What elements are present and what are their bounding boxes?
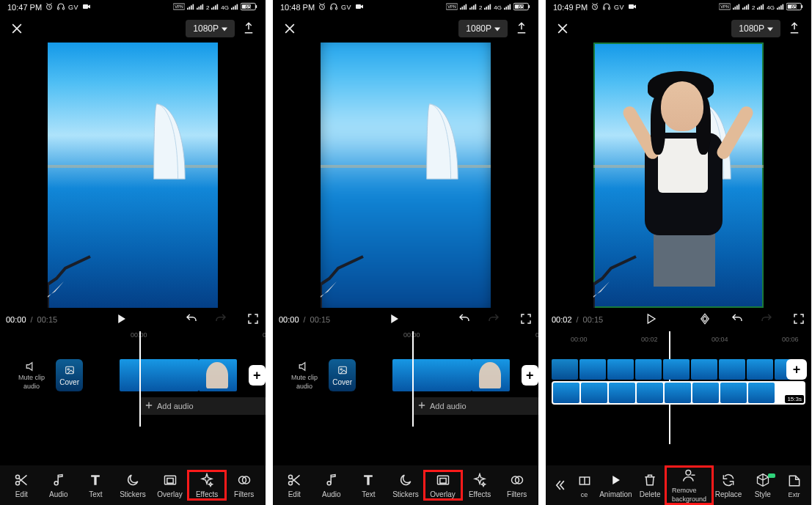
tool-style-button[interactable]: Style bbox=[745, 472, 780, 498]
clip-thumb[interactable] bbox=[635, 359, 662, 380]
clip-track[interactable] bbox=[120, 359, 237, 391]
export-button[interactable] bbox=[515, 21, 530, 36]
tool-audio-button[interactable]: Audio bbox=[314, 472, 349, 498]
preview-canvas[interactable] bbox=[593, 43, 764, 308]
tool-removebg-button[interactable]: Removebackground bbox=[667, 468, 711, 503]
undo-button[interactable] bbox=[731, 312, 744, 327]
tool-effects-button[interactable]: Effects bbox=[462, 472, 497, 498]
play-button[interactable] bbox=[644, 312, 657, 327]
resolution-button[interactable]: 1080P bbox=[731, 20, 780, 37]
clip-thumb[interactable] bbox=[579, 359, 606, 380]
transport-bar: 00:00 / 00:15 bbox=[273, 308, 538, 331]
tool-audio-button[interactable]: Audio bbox=[41, 472, 76, 498]
close-button[interactable] bbox=[282, 21, 298, 37]
play-button[interactable] bbox=[387, 312, 400, 327]
svg-rect-21 bbox=[237, 4, 238, 10]
preview-canvas[interactable] bbox=[48, 43, 218, 308]
timeline[interactable]: 00:0000:15Mute clipaudioCover+Add audio bbox=[0, 331, 266, 434]
undo-button[interactable] bbox=[185, 312, 198, 327]
tool-edit-button[interactable]: Edit bbox=[4, 472, 39, 498]
tool-filters-button[interactable]: Filters bbox=[500, 472, 535, 498]
cover-button[interactable]: Cover bbox=[56, 359, 83, 391]
clip-thumb[interactable] bbox=[692, 383, 719, 403]
add-audio-button[interactable]: Add audio bbox=[139, 397, 266, 415]
track-2-selected[interactable]: 15:3s bbox=[552, 381, 805, 405]
preview-canvas[interactable] bbox=[321, 43, 491, 308]
tool-filters-button[interactable]: Filters bbox=[227, 472, 262, 498]
clip-thumb[interactable] bbox=[663, 359, 690, 380]
clip-thumb[interactable] bbox=[609, 383, 635, 403]
clip-thumb[interactable] bbox=[691, 359, 717, 380]
redo-button[interactable] bbox=[760, 312, 773, 327]
clip-thumb[interactable] bbox=[720, 383, 747, 403]
clip-thumb[interactable] bbox=[719, 359, 745, 380]
playhead[interactable] bbox=[412, 331, 414, 427]
export-button[interactable] bbox=[242, 21, 257, 36]
clip-track[interactable] bbox=[392, 359, 510, 391]
cover-button[interactable]: Cover bbox=[329, 359, 356, 391]
timeline-ruler[interactable]: 00:0000:0200:0400:06 bbox=[546, 336, 811, 346]
redo-button[interactable] bbox=[487, 312, 500, 327]
svg-rect-11 bbox=[198, 7, 200, 10]
add-audio-button[interactable]: Add audio bbox=[412, 397, 538, 415]
clip-thumb[interactable] bbox=[581, 383, 607, 403]
clip[interactable] bbox=[199, 359, 237, 391]
tool-text-button[interactable]: Text bbox=[351, 472, 386, 498]
track-1[interactable]: + bbox=[552, 359, 805, 380]
svg-rect-46 bbox=[471, 7, 472, 10]
playhead[interactable] bbox=[139, 331, 141, 427]
svg-text:VPN: VPN bbox=[720, 4, 729, 9]
clip-thumb[interactable] bbox=[553, 383, 579, 403]
redo-button[interactable] bbox=[214, 312, 227, 327]
tool-replace-button[interactable]: Replace bbox=[712, 472, 746, 498]
mute-clip-button[interactable]: Mute clipaudio bbox=[13, 360, 50, 391]
tool-delete-button[interactable]: Delete bbox=[633, 472, 667, 498]
resolution-button[interactable]: 1080P bbox=[458, 20, 508, 37]
tool-overlay-button[interactable]: Overlay bbox=[425, 472, 461, 498]
export-button[interactable] bbox=[788, 21, 802, 36]
toolbar-back-button[interactable] bbox=[549, 471, 570, 500]
add-clip-button[interactable]: + bbox=[249, 365, 266, 386]
fullscreen-button[interactable] bbox=[792, 312, 805, 327]
add-clip-button[interactable]: + bbox=[786, 359, 807, 380]
tool-ce-button[interactable]: ce bbox=[570, 473, 599, 498]
fullscreen-button[interactable] bbox=[246, 312, 260, 327]
clip-thumb[interactable] bbox=[747, 359, 773, 380]
fullscreen-button[interactable] bbox=[519, 312, 533, 327]
tool-stickers-button[interactable]: Stickers bbox=[115, 472, 150, 498]
timeline-ruler[interactable]: 00:0000:15 bbox=[0, 331, 266, 342]
clip[interactable] bbox=[392, 359, 472, 391]
tool-text-button[interactable]: Text bbox=[78, 472, 113, 498]
time-current: 00:00 bbox=[6, 315, 26, 324]
clip-thumb[interactable] bbox=[607, 359, 634, 380]
timeline[interactable]: 00:0000:0200:0400:06+15:3s bbox=[546, 331, 811, 446]
clip-thumb[interactable] bbox=[637, 383, 663, 403]
timeline[interactable]: 00:0000:15Mute clipaudioCover+Add audio bbox=[273, 331, 538, 434]
timeline-ruler[interactable]: 00:0000:15 bbox=[273, 331, 538, 342]
gv-label: GV bbox=[68, 4, 78, 11]
clip-thumb[interactable] bbox=[665, 383, 691, 403]
clip-thumb[interactable] bbox=[748, 383, 775, 403]
mute-clip-button[interactable]: Mute clipaudio bbox=[286, 360, 323, 391]
add-clip-button[interactable]: + bbox=[522, 365, 538, 386]
undo-button[interactable] bbox=[458, 312, 471, 327]
clip[interactable] bbox=[472, 359, 510, 391]
tool-overlay-button[interactable]: Overlay bbox=[153, 472, 188, 498]
keyframe-button[interactable] bbox=[698, 312, 712, 327]
tool-extr-button[interactable]: Extr bbox=[780, 473, 808, 498]
close-button[interactable] bbox=[9, 21, 25, 37]
resolution-button[interactable]: 1080P bbox=[186, 20, 235, 37]
svg-rect-8 bbox=[191, 5, 192, 10]
play-button[interactable] bbox=[114, 312, 128, 327]
tool-animation-button[interactable]: Animation bbox=[599, 472, 633, 498]
person-overlay[interactable] bbox=[624, 74, 749, 294]
clip-thumb[interactable] bbox=[552, 359, 578, 380]
clip[interactable] bbox=[120, 359, 199, 391]
tool-effects-button[interactable]: Effects bbox=[189, 472, 224, 498]
close-button[interactable] bbox=[555, 21, 571, 37]
boat-bow bbox=[48, 249, 92, 308]
screenshot-2: 10:48 PMGVVPN24G651080P00:00 / 00:1500:0… bbox=[273, 0, 538, 505]
tool-stickers-button[interactable]: Stickers bbox=[388, 472, 423, 498]
venn-icon bbox=[236, 472, 252, 488]
tool-edit-button[interactable]: Edit bbox=[277, 472, 312, 498]
